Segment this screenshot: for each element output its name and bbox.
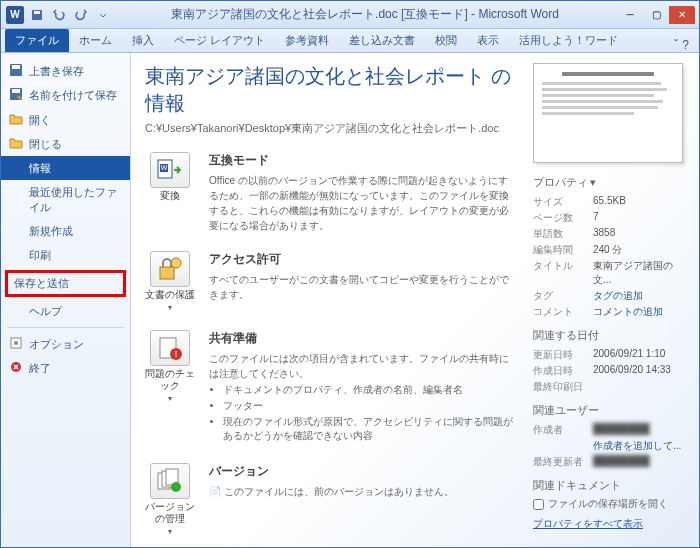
help-icon[interactable]: ? [682,38,689,52]
section-compatibility: W 変換 互換モード Office の以前のバージョンで作業する際に問題が起きな… [145,152,515,233]
quick-access-toolbar: W [5,5,113,25]
svg-rect-12 [160,267,174,279]
convert-button-label: 変換 [160,190,180,202]
window-controls: ─ ▢ ✕ [617,6,695,24]
backstage-main: 東南アジア諸国の文化と社会レポート の情報 C:¥Users¥Takanori¥… [131,53,529,547]
show-all-properties-link[interactable]: プロパティをすべて表示 [533,517,643,531]
word-app-icon[interactable]: W [5,5,25,25]
sidebar-item-new[interactable]: 新規作成 [1,219,130,243]
tab-mailings[interactable]: 差し込み文書 [339,29,425,52]
tab-review[interactable]: 校閲 [425,29,467,52]
tab-page-layout[interactable]: ページ レイアウト [164,29,275,52]
close-folder-icon [9,136,23,150]
options-icon [9,336,23,350]
prop-value-comments[interactable]: コメントの追加 [593,305,689,319]
maximize-button[interactable]: ▢ [643,6,669,24]
svg-point-13 [171,258,181,268]
ribbon-tabs: ファイル ホーム 挿入 ページ レイアウト 参考資料 差し込み文書 校閲 表示 … [1,29,699,53]
window-title: 東南アジア諸国の文化と社会レポート.doc [互換モード] - Microsof… [113,6,617,23]
tab-file[interactable]: ファイル [5,29,69,52]
section-versions: バージョンの管理 ▾ バージョン 📄 このファイルには、前のバージョンはありませ… [145,463,515,536]
tab-home[interactable]: ホーム [69,29,122,52]
prop-value-title[interactable]: 東南アジア諸国の文... [593,259,689,287]
properties-panel: プロパティ ▾ サイズ65.5KB ページ数7 単語数3858 編集時間240 … [529,53,699,547]
sidebar-item-save-send-highlight: 保存と送信 [5,270,126,297]
document-preview[interactable] [533,63,683,163]
svg-text:W: W [161,164,168,171]
sidebar-item-info[interactable]: 情報 [1,156,130,180]
related-users-header: 関連ユーザー [533,403,689,418]
prop-label: 最終更新者 [533,455,593,469]
protect-button-label: 文書の保護 [145,289,195,301]
minimize-ribbon-icon[interactable]: ˇ [674,38,678,52]
dropdown-arrow-icon: ▾ [168,303,172,312]
add-author-link[interactable]: 作成者を追加して... [593,439,689,453]
convert-button[interactable]: W 変換 [145,152,195,233]
checkbox[interactable] [533,499,544,510]
tab-references[interactable]: 参考資料 [275,29,339,52]
sidebar-item-options[interactable]: オプション [1,332,130,356]
minimize-button[interactable]: ─ [617,6,643,24]
app-window: W 東南アジア諸国の文化と社会レポート.doc [互換モード] - Micros… [0,0,700,548]
versions-heading: バージョン [209,463,515,480]
prop-label: 編集時間 [533,243,593,257]
exit-icon [9,360,23,374]
compatibility-text: Office の以前のバージョンで作業する際に問題が起きないようにするため、一部… [209,173,515,233]
prop-value-edit-time: 240 分 [593,243,689,257]
save-as-icon [9,87,23,101]
related-dates-header: 関連する日付 [533,328,689,343]
prop-label: 作成者 [533,423,593,437]
sidebar-label: 印刷 [29,249,51,261]
permissions-text: すべてのユーザーがこの文書を開いてコピーや変更を行うことができます。 [209,272,515,302]
tab-insert[interactable]: 挿入 [122,29,164,52]
sidebar-item-help[interactable]: ヘルプ [1,299,130,323]
protect-button[interactable]: 文書の保護 ▾ [145,251,195,312]
prop-label: 単語数 [533,227,593,241]
manage-versions-button[interactable]: バージョンの管理 ▾ [145,463,195,536]
prop-value-pages: 7 [593,211,689,225]
undo-icon[interactable] [49,5,69,25]
qat-dropdown-icon[interactable] [93,5,113,25]
backstage-sidebar: 上書き保存 名前を付けて保存 開く 閉じる 情報 最近使用したファイル 新規作成… [1,53,131,547]
titlebar: W 東南アジア諸国の文化と社会レポート.doc [互換モード] - Micros… [1,1,699,29]
share-prep-heading: 共有準備 [209,330,515,347]
dropdown-arrow-icon: ▾ [168,394,172,403]
sidebar-item-save-send[interactable]: 保存と送信 [14,276,117,291]
share-prep-list: ドキュメントのプロパティ、作成者の名前、編集者名 フッター 現在のファイル形式が… [209,383,515,443]
tab-view[interactable]: 表示 [467,29,509,52]
sidebar-item-print[interactable]: 印刷 [1,243,130,267]
save-icon[interactable] [27,5,47,25]
sidebar-label: オプション [29,338,84,350]
section-permissions: 文書の保護 ▾ アクセス許可 すべてのユーザーがこの文書を開いてコピーや変更を行… [145,251,515,312]
check-issues-label: 問題のチェック [145,368,195,392]
share-prep-text: このファイルには次の項目が含まれています。ファイルの共有時には注意してください。 [209,351,515,381]
redo-icon[interactable] [71,5,91,25]
tab-addins[interactable]: 活用しよう！ワード [509,29,628,52]
open-location-label: ファイルの保存場所を開く [548,497,668,511]
prop-value-lastmod: ████████ [593,455,689,469]
prop-value-printed [593,380,689,394]
prop-label: タイトル [533,259,593,287]
sidebar-item-save[interactable]: 上書き保存 [1,59,130,83]
close-button[interactable]: ✕ [669,6,695,24]
prop-value-tags[interactable]: タグの追加 [593,289,689,303]
prop-label: タグ [533,289,593,303]
sidebar-item-recent[interactable]: 最近使用したファイル [1,180,130,219]
check-issues-button[interactable]: ! 問題のチェック ▾ [145,330,195,445]
sidebar-label: 終了 [29,362,51,374]
prop-value-modified: 2006/09/21 1:10 [593,348,689,362]
prop-label: サイズ [533,195,593,209]
sidebar-item-exit[interactable]: 終了 [1,356,130,380]
sidebar-item-close[interactable]: 閉じる [1,132,130,156]
prop-value-created: 2006/09/20 14:33 [593,364,689,378]
prop-value-author[interactable]: ████████ [593,423,689,437]
sidebar-item-save-as[interactable]: 名前を付けて保存 [1,83,130,107]
document-path: C:¥Users¥Takanori¥Desktop¥東南アジア諸国の文化と社会レ… [145,121,515,136]
dropdown-arrow-icon: ▾ [168,527,172,536]
open-file-location[interactable]: ファイルの保存場所を開く [533,497,689,511]
sidebar-item-open[interactable]: 開く [1,108,130,132]
properties-header[interactable]: プロパティ ▾ [533,175,689,190]
sidebar-label: 開く [29,114,51,126]
versions-button-label: バージョンの管理 [145,501,195,525]
versions-text: 📄 このファイルには、前のバージョンはありません。 [209,484,515,499]
